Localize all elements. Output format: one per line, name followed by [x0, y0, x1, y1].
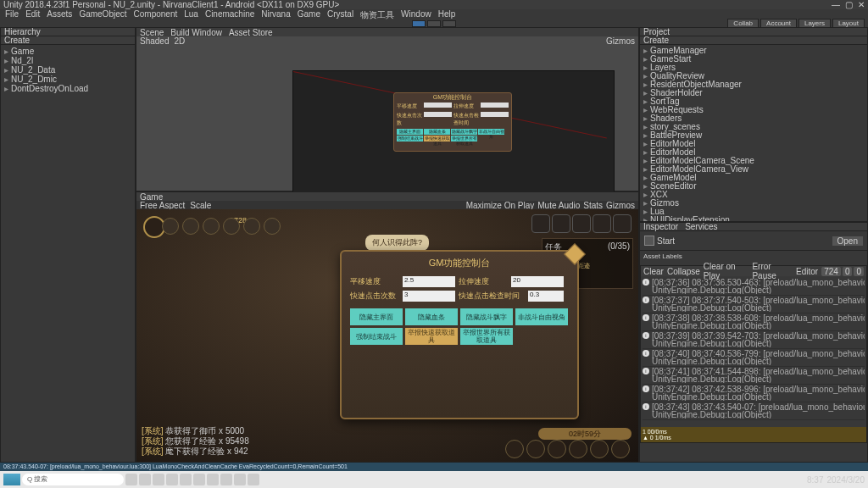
taskbar-icon[interactable]: [125, 474, 137, 485]
hierarchy-item[interactable]: ▸NU_2_Data: [4, 65, 131, 75]
menu-window[interactable]: Window: [401, 9, 431, 19]
skill-icon[interactable]: [526, 440, 545, 458]
hierarchy-item[interactable]: ▸NU_2_Dmic: [4, 75, 131, 84]
console-row[interactable]: i[08:37:41] 08:37:41.544-898: [preload/l…: [643, 367, 865, 385]
gm-btn-hide-ui[interactable]: 隐藏主界面: [350, 308, 403, 325]
game-scale[interactable]: Scale: [190, 201, 211, 209]
skill-icon[interactable]: [611, 440, 630, 458]
hierarchy-item[interactable]: ▸Game: [4, 47, 131, 56]
party-avatar[interactable]: [572, 214, 591, 233]
hud-icon[interactable]: [223, 218, 240, 235]
tab-assetstore[interactable]: Asset Store: [229, 28, 273, 36]
game-stats[interactable]: Stats: [583, 201, 603, 209]
menu-tools[interactable]: 物资工具: [360, 9, 394, 19]
console-row[interactable]: i[08:37:40] 08:37:40.536-799: [preload/l…: [643, 349, 865, 367]
hud-icon[interactable]: [243, 218, 260, 235]
console-row[interactable]: i[08:37:36] 08:37:36.530-463: [preload/l…: [643, 278, 865, 296]
game-mute[interactable]: Mute Audio: [537, 201, 580, 209]
gm-input-clicks[interactable]: 3: [403, 291, 455, 302]
game-maximize[interactable]: Maximize On Play: [466, 201, 535, 209]
menu-gameobject[interactable]: GameObject: [79, 9, 126, 19]
hierarchy-item[interactable]: ▸Nd_2l: [4, 56, 131, 65]
menu-cinemachine[interactable]: Cinemachine: [205, 9, 254, 19]
taskbar-icon[interactable]: [193, 474, 205, 485]
gm-input-stretch[interactable]: 20: [511, 276, 564, 287]
hierarchy-create[interactable]: Create: [4, 36, 30, 45]
party-avatar[interactable]: [593, 214, 611, 233]
start-button[interactable]: [3, 474, 20, 485]
gm-input-pan[interactable]: 2.5: [403, 276, 455, 287]
gm-btn-free-cam[interactable]: 非战斗自由视角: [515, 308, 568, 325]
skill-icon[interactable]: [569, 440, 587, 458]
menu-file[interactable]: File: [5, 9, 19, 19]
taskbar-icon[interactable]: [220, 474, 232, 485]
menu-lua[interactable]: Lua: [184, 9, 198, 19]
scene-canvas[interactable]: GM功能控制台 平移速度拉伸速度 快速点击次数快速点击检查时间 隐藏主界面隐藏血…: [136, 45, 638, 191]
party-avatar[interactable]: [613, 214, 632, 233]
pause-button[interactable]: [427, 20, 441, 27]
hud-icon[interactable]: [264, 218, 281, 235]
hud-icon[interactable]: [162, 218, 179, 235]
maximize-icon[interactable]: ▢: [845, 0, 853, 9]
gm-input-checktime[interactable]: 0.3: [528, 291, 564, 302]
scene-2d[interactable]: 2D: [174, 36, 185, 45]
play-button[interactable]: [412, 20, 426, 27]
step-button[interactable]: [442, 20, 456, 27]
minimize-icon[interactable]: —: [832, 0, 840, 9]
hierarchy-item[interactable]: ▸DontDestroyOnLoad: [4, 84, 131, 93]
menu-edit[interactable]: Edit: [25, 9, 40, 19]
gm-btn-end-battle[interactable]: 强制结束战斗: [350, 328, 403, 345]
console-row[interactable]: i[08:37:43] 08:37:43.540-07: [preload/lu…: [643, 402, 865, 420]
taskbar-icon[interactable]: [207, 474, 219, 485]
tray-time[interactable]: 8:37: [807, 475, 823, 485]
services-tab[interactable]: Services: [685, 222, 717, 231]
skill-icon[interactable]: [590, 440, 609, 458]
console-row[interactable]: i[08:37:42] 08:37:42.538-996: [preload/l…: [643, 385, 865, 402]
taskbar-icon[interactable]: [139, 474, 151, 485]
hud-icon[interactable]: [203, 218, 220, 235]
open-button[interactable]: Open: [832, 236, 863, 246]
menu-component[interactable]: Component: [134, 9, 178, 19]
skill-icon[interactable]: [548, 440, 566, 458]
skill-icon[interactable]: [505, 440, 524, 458]
console-clear[interactable]: Clear: [643, 267, 664, 276]
party-avatar[interactable]: [531, 214, 550, 233]
scene-gizmos[interactable]: Gizmos: [606, 36, 635, 45]
menu-nirvana[interactable]: Nirvana: [261, 9, 290, 19]
menu-crystal[interactable]: Crystal: [327, 9, 353, 19]
scene-shaded[interactable]: Shaded: [140, 36, 169, 45]
console-row[interactable]: i[08:37:37] 08:37:37.540-503: [preload/l…: [643, 296, 865, 313]
close-icon[interactable]: ✕: [858, 0, 865, 9]
project-create[interactable]: Create: [643, 36, 669, 45]
console-collapse[interactable]: Collapse: [667, 267, 700, 276]
game-aspect[interactable]: Free Aspect: [140, 201, 185, 209]
console-warn-count[interactable]: 0: [843, 267, 853, 276]
console-editor[interactable]: Editor: [796, 267, 818, 276]
gm-btn-report-world[interactable]: 举报世界所有获取道具: [460, 328, 513, 345]
taskbar-search[interactable]: Q 搜索: [22, 474, 124, 485]
taskbar-icon[interactable]: [166, 474, 178, 485]
menu-game[interactable]: Game: [298, 9, 320, 19]
inspector-tab[interactable]: Inspector: [643, 222, 678, 231]
project-item[interactable]: ▸GameStart: [643, 55, 864, 64]
party-avatar[interactable]: [552, 214, 570, 233]
taskbar-icon[interactable]: [248, 474, 259, 485]
tab-buildwindow[interactable]: Build Window: [170, 28, 222, 36]
console-row[interactable]: i[08:37:39] 08:37:39.542-703: [preload/l…: [643, 331, 865, 349]
menu-help[interactable]: Help: [438, 9, 456, 19]
gm-btn-hide-hp[interactable]: 隐藏血条: [405, 308, 458, 325]
gm-btn-report-fast[interactable]: 举报快速获取道具: [405, 328, 458, 345]
project-item[interactable]: ▸SceneEditor: [643, 182, 864, 191]
tray-date[interactable]: 2024/3/20: [827, 475, 865, 485]
project-item[interactable]: ▸Gizmos: [643, 199, 864, 208]
console-error-count[interactable]: 0: [854, 267, 864, 276]
tab-scene[interactable]: Scene: [140, 28, 164, 36]
console-row[interactable]: i[08:37:38] 08:37:38.538-608: [preload/l…: [643, 313, 865, 331]
taskbar-icon[interactable]: [153, 474, 164, 485]
game-world[interactable]: 1728 何人识得此阵? 任务 (0/35) [众神之路] [主线]测天的距迹 …: [136, 209, 638, 462]
game-gizmos[interactable]: Gizmos: [606, 201, 635, 209]
menu-assets[interactable]: Assets: [47, 9, 72, 19]
console-info-count[interactable]: 724: [821, 267, 841, 276]
taskbar-icon[interactable]: [180, 474, 192, 485]
gm-btn-hide-dmg[interactable]: 隐藏战斗飘字: [460, 308, 513, 325]
